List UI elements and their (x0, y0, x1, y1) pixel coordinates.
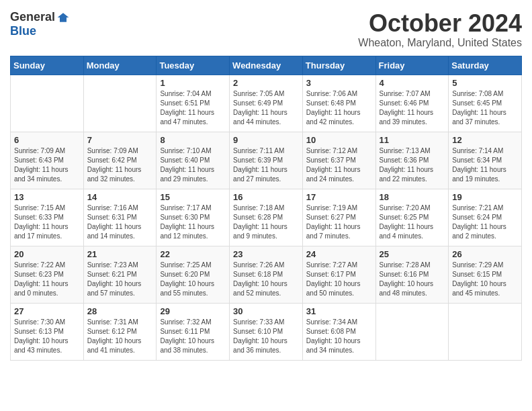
calendar-day-cell (375, 303, 449, 360)
day-info: Sunrise: 7:22 AM Sunset: 6:23 PM Dayligh… (14, 261, 80, 298)
day-info: Sunrise: 7:15 AM Sunset: 6:33 PM Dayligh… (14, 203, 80, 241)
day-of-week-header: Saturday (449, 56, 522, 75)
day-number: 9 (233, 135, 299, 145)
svg-marker-0 (58, 13, 69, 21)
title-section: October 2024 Wheaton, Maryland, United S… (358, 10, 522, 49)
calendar-day-cell (11, 75, 84, 132)
day-info: Sunrise: 7:04 AM Sunset: 6:51 PM Dayligh… (160, 89, 226, 127)
day-info: Sunrise: 7:27 AM Sunset: 6:17 PM Dayligh… (306, 261, 372, 298)
calendar-week-row: 1Sunrise: 7:04 AM Sunset: 6:51 PM Daylig… (11, 75, 522, 132)
logo-general-text: General (10, 10, 55, 24)
day-info: Sunrise: 7:09 AM Sunset: 6:42 PM Dayligh… (87, 146, 153, 184)
day-info: Sunrise: 7:19 AM Sunset: 6:27 PM Dayligh… (306, 203, 372, 241)
day-number: 23 (233, 249, 299, 259)
day-of-week-header: Friday (375, 56, 449, 75)
logo-icon (56, 11, 70, 24)
day-info: Sunrise: 7:05 AM Sunset: 6:49 PM Dayligh… (233, 89, 299, 127)
day-info: Sunrise: 7:29 AM Sunset: 6:15 PM Dayligh… (452, 261, 518, 298)
calendar-day-cell: 15Sunrise: 7:17 AM Sunset: 6:30 PM Dayli… (157, 189, 230, 246)
day-number: 8 (160, 135, 226, 145)
logo-blue-text: Blue (10, 24, 36, 38)
day-number: 12 (452, 135, 518, 145)
day-info: Sunrise: 7:28 AM Sunset: 6:16 PM Dayligh… (380, 261, 445, 298)
day-info: Sunrise: 7:16 AM Sunset: 6:31 PM Dayligh… (87, 203, 153, 241)
calendar-day-cell: 7Sunrise: 7:09 AM Sunset: 6:42 PM Daylig… (83, 132, 157, 189)
day-number: 6 (14, 135, 80, 145)
calendar-week-row: 13Sunrise: 7:15 AM Sunset: 6:33 PM Dayli… (11, 189, 522, 246)
day-info: Sunrise: 7:07 AM Sunset: 6:46 PM Dayligh… (380, 89, 445, 127)
calendar-table: SundayMondayTuesdayWednesdayThursdayFrid… (10, 56, 522, 361)
day-info: Sunrise: 7:31 AM Sunset: 6:12 PM Dayligh… (87, 318, 153, 355)
calendar-day-cell: 13Sunrise: 7:15 AM Sunset: 6:33 PM Dayli… (11, 189, 84, 246)
calendar-day-cell: 28Sunrise: 7:31 AM Sunset: 6:12 PM Dayli… (83, 303, 157, 360)
calendar-week-row: 27Sunrise: 7:30 AM Sunset: 6:13 PM Dayli… (11, 303, 522, 360)
calendar-day-cell: 21Sunrise: 7:23 AM Sunset: 6:21 PM Dayli… (83, 246, 157, 303)
day-info: Sunrise: 7:09 AM Sunset: 6:43 PM Dayligh… (14, 146, 80, 184)
day-number: 1 (160, 78, 226, 88)
day-info: Sunrise: 7:11 AM Sunset: 6:39 PM Dayligh… (233, 146, 299, 184)
day-number: 10 (306, 135, 372, 145)
day-number: 18 (380, 192, 445, 202)
day-info: Sunrise: 7:21 AM Sunset: 6:24 PM Dayligh… (452, 203, 518, 241)
calendar-day-cell: 23Sunrise: 7:26 AM Sunset: 6:18 PM Dayli… (230, 246, 303, 303)
calendar-day-cell: 14Sunrise: 7:16 AM Sunset: 6:31 PM Dayli… (83, 189, 157, 246)
day-number: 26 (452, 249, 518, 259)
day-number: 5 (452, 78, 518, 88)
day-number: 11 (380, 135, 445, 145)
calendar-day-cell: 18Sunrise: 7:20 AM Sunset: 6:25 PM Dayli… (375, 189, 449, 246)
day-number: 4 (380, 78, 445, 88)
calendar-day-cell: 26Sunrise: 7:29 AM Sunset: 6:15 PM Dayli… (449, 246, 522, 303)
calendar-day-cell: 17Sunrise: 7:19 AM Sunset: 6:27 PM Dayli… (302, 189, 375, 246)
calendar-day-cell: 9Sunrise: 7:11 AM Sunset: 6:39 PM Daylig… (230, 132, 303, 189)
day-info: Sunrise: 7:06 AM Sunset: 6:48 PM Dayligh… (306, 89, 372, 127)
calendar-day-cell: 12Sunrise: 7:14 AM Sunset: 6:34 PM Dayli… (449, 132, 522, 189)
day-number: 14 (87, 192, 153, 202)
day-info: Sunrise: 7:17 AM Sunset: 6:30 PM Dayligh… (160, 203, 226, 241)
calendar-week-row: 6Sunrise: 7:09 AM Sunset: 6:43 PM Daylig… (11, 132, 522, 189)
calendar-day-cell: 5Sunrise: 7:08 AM Sunset: 6:45 PM Daylig… (449, 75, 522, 132)
calendar-day-cell: 29Sunrise: 7:32 AM Sunset: 6:11 PM Dayli… (157, 303, 230, 360)
calendar-day-cell: 1Sunrise: 7:04 AM Sunset: 6:51 PM Daylig… (157, 75, 230, 132)
day-number: 20 (14, 249, 80, 259)
day-number: 27 (14, 306, 80, 316)
day-number: 17 (306, 192, 372, 202)
calendar-day-cell: 10Sunrise: 7:12 AM Sunset: 6:37 PM Dayli… (302, 132, 375, 189)
calendar-day-cell: 22Sunrise: 7:25 AM Sunset: 6:20 PM Dayli… (157, 246, 230, 303)
calendar-day-cell: 25Sunrise: 7:28 AM Sunset: 6:16 PM Dayli… (375, 246, 449, 303)
day-info: Sunrise: 7:26 AM Sunset: 6:18 PM Dayligh… (233, 261, 299, 298)
calendar-week-row: 20Sunrise: 7:22 AM Sunset: 6:23 PM Dayli… (11, 246, 522, 303)
day-info: Sunrise: 7:20 AM Sunset: 6:25 PM Dayligh… (380, 203, 445, 241)
day-info: Sunrise: 7:14 AM Sunset: 6:34 PM Dayligh… (452, 146, 518, 184)
calendar-day-cell: 24Sunrise: 7:27 AM Sunset: 6:17 PM Dayli… (302, 246, 375, 303)
day-number: 13 (14, 192, 80, 202)
day-of-week-header: Tuesday (157, 56, 230, 75)
calendar-day-cell (449, 303, 522, 360)
day-number: 22 (160, 249, 226, 259)
day-number: 25 (380, 249, 445, 259)
day-number: 2 (233, 78, 299, 88)
day-number: 29 (160, 306, 226, 316)
day-info: Sunrise: 7:18 AM Sunset: 6:28 PM Dayligh… (233, 203, 299, 241)
logo: General Blue (10, 10, 70, 38)
location: Wheaton, Maryland, United States (358, 37, 522, 49)
day-number: 31 (306, 306, 372, 316)
calendar-day-cell (83, 75, 157, 132)
month-title: October 2024 (358, 10, 522, 37)
calendar-day-cell: 16Sunrise: 7:18 AM Sunset: 6:28 PM Dayli… (230, 189, 303, 246)
day-info: Sunrise: 7:23 AM Sunset: 6:21 PM Dayligh… (87, 261, 153, 298)
day-number: 28 (87, 306, 153, 316)
day-number: 16 (233, 192, 299, 202)
calendar-day-cell: 19Sunrise: 7:21 AM Sunset: 6:24 PM Dayli… (449, 189, 522, 246)
calendar-day-cell: 27Sunrise: 7:30 AM Sunset: 6:13 PM Dayli… (11, 303, 84, 360)
calendar-day-cell: 2Sunrise: 7:05 AM Sunset: 6:49 PM Daylig… (230, 75, 303, 132)
calendar-day-cell: 3Sunrise: 7:06 AM Sunset: 6:48 PM Daylig… (302, 75, 375, 132)
calendar-header-row: SundayMondayTuesdayWednesdayThursdayFrid… (11, 56, 522, 75)
day-number: 15 (160, 192, 226, 202)
day-info: Sunrise: 7:34 AM Sunset: 6:08 PM Dayligh… (306, 318, 372, 355)
day-number: 24 (306, 249, 372, 259)
calendar-day-cell: 4Sunrise: 7:07 AM Sunset: 6:46 PM Daylig… (375, 75, 449, 132)
day-of-week-header: Monday (83, 56, 157, 75)
day-number: 21 (87, 249, 153, 259)
day-number: 30 (233, 306, 299, 316)
day-number: 19 (452, 192, 518, 202)
